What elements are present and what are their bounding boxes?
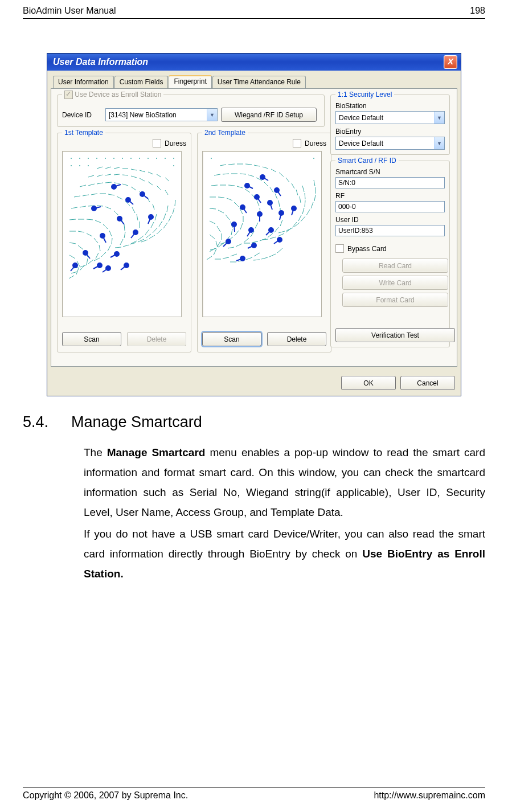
- svg-point-12: [173, 158, 174, 159]
- svg-point-6: [122, 158, 123, 159]
- first-template-title: 1st Template: [62, 129, 105, 137]
- enroll-station-title: ✓ Use Device as Enroll Station: [62, 91, 163, 99]
- enroll-station-group: ✓ Use Device as Enroll Station Device ID…: [57, 95, 325, 127]
- enroll-station-checkbox[interactable]: ✓: [64, 91, 73, 99]
- second-template-fingerprint: [202, 151, 322, 317]
- format-card-button[interactable]: Format Card: [342, 293, 448, 307]
- section-title: Manage Smartcard: [71, 413, 202, 431]
- second-template-group: 2nd Template Duress: [197, 133, 331, 352]
- first-template-fingerprint: [62, 151, 182, 317]
- first-template-group: 1st Template Duress: [57, 133, 191, 352]
- chevron-down-icon[interactable]: ▼: [207, 109, 217, 121]
- body-text: The Manage Smartcard menu enables a pop-…: [84, 442, 485, 584]
- para1-a: The: [84, 446, 107, 458]
- svg-point-11: [165, 158, 166, 159]
- tab-custom-fields[interactable]: Custom Fields: [114, 76, 169, 89]
- svg-point-3: [96, 158, 97, 159]
- biostation-label: BioStation: [335, 102, 445, 110]
- svg-point-13: [71, 165, 72, 166]
- svg-line-64: [234, 224, 235, 232]
- first-template-scan-button[interactable]: Scan: [62, 332, 121, 346]
- dialog-footer: OK Cancel: [47, 371, 461, 396]
- para1-b: Manage Smartcard: [107, 446, 206, 458]
- dialog-titlebar[interactable]: User Data Information X: [47, 54, 461, 71]
- svg-point-9: [148, 158, 149, 159]
- footer-left: Copyright © 2006, 2007 by Suprema Inc.: [23, 790, 188, 801]
- smartcard-sn-field[interactable]: S/N:0: [335, 177, 445, 188]
- page-footer: Copyright © 2006, 2007 by Suprema Inc. h…: [23, 788, 485, 801]
- svg-point-4: [105, 158, 106, 159]
- tab-strip: User Information Custom Fields Fingerpri…: [47, 71, 461, 88]
- tab-user-time-attendance-rule[interactable]: User Time Attendance Rule: [212, 76, 306, 89]
- fingerprint-panel: ✓ Use Device as Enroll Station Device ID…: [51, 88, 457, 367]
- smartcard-sn-label: Smartcard S/N: [335, 168, 445, 176]
- svg-point-10: [156, 158, 157, 159]
- tab-fingerprint[interactable]: Fingerprint: [169, 75, 211, 88]
- svg-point-5: [113, 158, 114, 159]
- write-card-button[interactable]: Write Card: [342, 276, 448, 290]
- second-template-title: 2nd Template: [202, 129, 248, 137]
- rf-field[interactable]: 000-0: [335, 201, 445, 212]
- second-template-duress-checkbox[interactable]: [293, 139, 301, 147]
- user-data-information-dialog: User Data Information X User Information…: [47, 53, 461, 396]
- device-id-value: [3143] New BioStation: [109, 111, 177, 119]
- cancel-button[interactable]: Cancel: [400, 376, 455, 390]
- svg-point-15: [88, 165, 89, 166]
- chevron-down-icon[interactable]: ▼: [434, 112, 444, 124]
- page-number: 198: [470, 6, 485, 16]
- smart-card-title: Smart Card / RF ID: [335, 157, 399, 165]
- first-template-duress-checkbox[interactable]: [153, 139, 161, 147]
- header-rule: [23, 18, 485, 19]
- tab-user-information[interactable]: User Information: [53, 76, 114, 89]
- svg-point-7: [130, 158, 132, 159]
- rf-label: RF: [335, 192, 445, 200]
- header-left: BioAdmin User Manual: [23, 6, 116, 16]
- first-template-duress-label: Duress: [165, 140, 186, 147]
- first-template-delete-button[interactable]: Delete: [127, 332, 186, 346]
- svg-point-14: [79, 165, 80, 166]
- second-template-scan-button[interactable]: Scan: [202, 332, 261, 346]
- user-id-field[interactable]: UserID:853: [335, 225, 445, 236]
- device-id-combo[interactable]: [3143] New BioStation ▼: [105, 108, 218, 121]
- second-template-delete-button[interactable]: Delete: [267, 332, 326, 346]
- biostation-value: Device Default: [339, 114, 383, 122]
- svg-point-1: [79, 158, 80, 159]
- svg-point-45: [211, 158, 212, 159]
- read-card-button[interactable]: Read Card: [342, 259, 448, 273]
- bioentry-label: BioEntry: [335, 128, 445, 136]
- bypass-card-label: Bypass Card: [347, 245, 387, 253]
- section-number: 5.4.: [23, 413, 48, 431]
- smart-card-group: Smart Card / RF ID Smartcard S/N S/N:0 R…: [330, 161, 450, 347]
- bioentry-value: Device Default: [339, 140, 383, 147]
- device-id-label: Device ID: [62, 111, 102, 119]
- close-icon[interactable]: X: [444, 55, 457, 69]
- svg-point-2: [88, 158, 89, 159]
- svg-point-0: [71, 158, 72, 159]
- biostation-combo[interactable]: Device Default ▼: [335, 111, 445, 124]
- dialog-title: User Data Information: [53, 57, 148, 67]
- bypass-card-checkbox[interactable]: [335, 244, 344, 253]
- verification-test-button[interactable]: Verification Test: [335, 328, 455, 342]
- second-template-duress-label: Duress: [305, 140, 326, 147]
- svg-point-16: [173, 165, 174, 166]
- chevron-down-icon[interactable]: ▼: [434, 137, 444, 149]
- security-level-title: 1:1 Security Level: [335, 91, 394, 99]
- bioentry-combo[interactable]: Device Default ▼: [335, 137, 445, 150]
- footer-right: http://www.supremainc.com: [374, 790, 485, 801]
- ok-button[interactable]: OK: [341, 376, 396, 390]
- wiegand-rf-id-setup-button[interactable]: Wiegand /RF ID Setup: [221, 108, 317, 122]
- section-heading: 5.4. Manage Smartcard: [23, 413, 485, 431]
- security-level-group: 1:1 Security Level BioStation Device Def…: [330, 95, 450, 155]
- svg-point-46: [313, 158, 314, 159]
- svg-point-8: [139, 158, 140, 159]
- dialog-screenshot: User Data Information X User Information…: [23, 53, 485, 396]
- enroll-station-checkbox-label: Use Device as Enroll Station: [75, 91, 161, 99]
- user-id-label: User ID: [335, 216, 445, 224]
